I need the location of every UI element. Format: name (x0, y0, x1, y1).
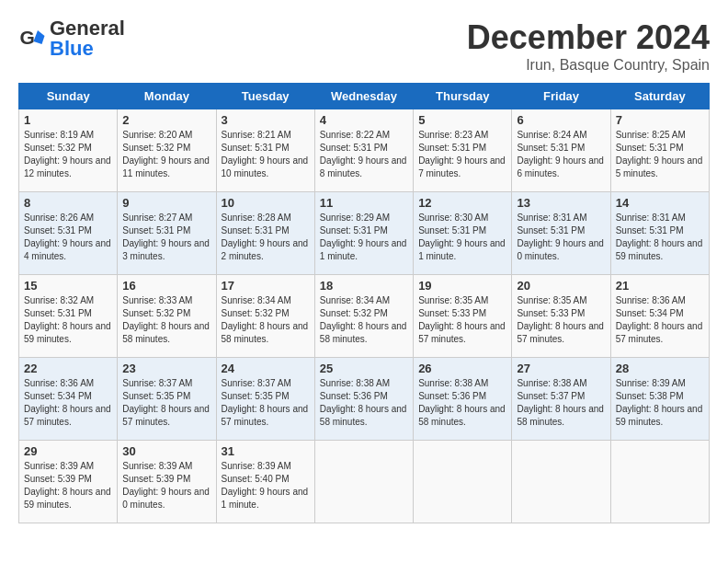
day-number: 5 (418, 113, 506, 127)
day-info: Sunrise: 8:26 AM Sunset: 5:31 PM Dayligh… (24, 212, 112, 263)
logo-icon: G (18, 25, 46, 52)
table-row: 1 Sunrise: 8:19 AM Sunset: 5:32 PM Dayli… (19, 109, 118, 192)
day-number: 7 (616, 113, 704, 127)
day-number: 3 (222, 113, 310, 127)
day-info: Sunrise: 8:35 AM Sunset: 5:33 PM Dayligh… (418, 294, 506, 346)
calendar-week-row: 22 Sunrise: 8:36 AM Sunset: 5:34 PM Dayl… (19, 358, 710, 441)
table-row: 13 Sunrise: 8:31 AM Sunset: 5:31 PM Dayl… (512, 192, 610, 275)
day-info: Sunrise: 8:35 AM Sunset: 5:33 PM Dayligh… (517, 294, 605, 346)
day-number: 15 (24, 279, 112, 293)
day-number: 30 (122, 444, 210, 458)
svg-marker-1 (34, 30, 45, 44)
table-row (610, 441, 709, 523)
table-row: 23 Sunrise: 8:37 AM Sunset: 5:35 PM Dayl… (118, 358, 216, 441)
table-row: 26 Sunrise: 8:38 AM Sunset: 5:36 PM Dayl… (414, 358, 512, 441)
logo: G General Blue (18, 18, 125, 59)
day-number: 8 (24, 196, 112, 210)
day-number: 9 (122, 196, 210, 210)
table-row: 29 Sunrise: 8:39 AM Sunset: 5:39 PM Dayl… (19, 441, 118, 523)
day-number: 18 (320, 279, 408, 293)
day-info: Sunrise: 8:33 AM Sunset: 5:32 PM Dayligh… (122, 294, 210, 346)
day-number: 2 (122, 113, 210, 127)
table-row: 2 Sunrise: 8:20 AM Sunset: 5:32 PM Dayli… (118, 109, 216, 192)
day-info: Sunrise: 8:20 AM Sunset: 5:32 PM Dayligh… (122, 129, 210, 180)
svg-text:G: G (20, 27, 35, 48)
day-info: Sunrise: 8:39 AM Sunset: 5:38 PM Dayligh… (616, 377, 704, 429)
day-info: Sunrise: 8:21 AM Sunset: 5:31 PM Dayligh… (222, 129, 310, 180)
day-number: 16 (122, 279, 210, 293)
table-row: 12 Sunrise: 8:30 AM Sunset: 5:31 PM Dayl… (414, 192, 512, 275)
day-number: 14 (616, 196, 704, 210)
table-row: 4 Sunrise: 8:22 AM Sunset: 5:31 PM Dayli… (314, 109, 413, 192)
day-info: Sunrise: 8:39 AM Sunset: 5:39 PM Dayligh… (122, 460, 210, 511)
day-info: Sunrise: 8:37 AM Sunset: 5:35 PM Dayligh… (122, 377, 210, 429)
calendar-week-row: 15 Sunrise: 8:32 AM Sunset: 5:31 PM Dayl… (19, 275, 710, 358)
day-number: 10 (222, 196, 310, 210)
calendar-week-row: 1 Sunrise: 8:19 AM Sunset: 5:32 PM Dayli… (19, 109, 710, 192)
day-number: 21 (616, 279, 704, 293)
day-info: Sunrise: 8:36 AM Sunset: 5:34 PM Dayligh… (616, 294, 704, 346)
table-row: 14 Sunrise: 8:31 AM Sunset: 5:31 PM Dayl… (610, 192, 709, 275)
col-tuesday: Tuesday (216, 84, 314, 109)
table-row: 18 Sunrise: 8:34 AM Sunset: 5:32 PM Dayl… (314, 275, 413, 358)
table-row: 9 Sunrise: 8:27 AM Sunset: 5:31 PM Dayli… (118, 192, 216, 275)
table-row: 16 Sunrise: 8:33 AM Sunset: 5:32 PM Dayl… (118, 275, 216, 358)
day-number: 29 (24, 444, 112, 458)
table-row: 20 Sunrise: 8:35 AM Sunset: 5:33 PM Dayl… (512, 275, 610, 358)
table-row: 25 Sunrise: 8:38 AM Sunset: 5:36 PM Dayl… (314, 358, 413, 441)
day-info: Sunrise: 8:27 AM Sunset: 5:31 PM Dayligh… (122, 212, 210, 263)
day-info: Sunrise: 8:23 AM Sunset: 5:31 PM Dayligh… (418, 129, 506, 180)
table-row (314, 441, 413, 523)
day-info: Sunrise: 8:32 AM Sunset: 5:31 PM Dayligh… (24, 294, 112, 346)
table-row: 6 Sunrise: 8:24 AM Sunset: 5:31 PM Dayli… (512, 109, 610, 192)
day-info: Sunrise: 8:25 AM Sunset: 5:31 PM Dayligh… (616, 129, 704, 180)
table-row: 10 Sunrise: 8:28 AM Sunset: 5:31 PM Dayl… (216, 192, 314, 275)
table-row: 8 Sunrise: 8:26 AM Sunset: 5:31 PM Dayli… (19, 192, 118, 275)
day-info: Sunrise: 8:31 AM Sunset: 5:31 PM Dayligh… (616, 212, 704, 263)
col-saturday: Saturday (610, 84, 709, 109)
day-number: 26 (418, 362, 506, 375)
calendar-table: Sunday Monday Tuesday Wednesday Thursday… (18, 83, 710, 523)
day-number: 19 (418, 279, 506, 293)
day-info: Sunrise: 8:34 AM Sunset: 5:32 PM Dayligh… (320, 294, 408, 346)
logo-text: General Blue (50, 18, 125, 59)
day-number: 27 (517, 362, 605, 375)
table-row: 27 Sunrise: 8:38 AM Sunset: 5:37 PM Dayl… (512, 358, 610, 441)
day-info: Sunrise: 8:22 AM Sunset: 5:31 PM Dayligh… (320, 129, 408, 180)
day-info: Sunrise: 8:31 AM Sunset: 5:31 PM Dayligh… (517, 212, 605, 263)
table-row (512, 441, 610, 523)
day-info: Sunrise: 8:36 AM Sunset: 5:34 PM Dayligh… (24, 377, 112, 429)
day-info: Sunrise: 8:38 AM Sunset: 5:37 PM Dayligh… (517, 377, 605, 429)
table-row: 19 Sunrise: 8:35 AM Sunset: 5:33 PM Dayl… (414, 275, 512, 358)
day-info: Sunrise: 8:37 AM Sunset: 5:35 PM Dayligh… (222, 377, 310, 429)
table-row: 3 Sunrise: 8:21 AM Sunset: 5:31 PM Dayli… (216, 109, 314, 192)
day-info: Sunrise: 8:29 AM Sunset: 5:31 PM Dayligh… (320, 212, 408, 263)
day-number: 23 (122, 362, 210, 375)
day-number: 31 (222, 444, 310, 458)
col-sunday: Sunday (19, 84, 118, 109)
table-row: 22 Sunrise: 8:36 AM Sunset: 5:34 PM Dayl… (19, 358, 118, 441)
table-row (414, 441, 512, 523)
col-wednesday: Wednesday (314, 84, 413, 109)
col-thursday: Thursday (414, 84, 512, 109)
month-title: December 2024 (467, 18, 710, 57)
calendar-week-row: 29 Sunrise: 8:39 AM Sunset: 5:39 PM Dayl… (19, 441, 710, 523)
table-row: 30 Sunrise: 8:39 AM Sunset: 5:39 PM Dayl… (118, 441, 216, 523)
calendar-week-row: 8 Sunrise: 8:26 AM Sunset: 5:31 PM Dayli… (19, 192, 710, 275)
day-info: Sunrise: 8:38 AM Sunset: 5:36 PM Dayligh… (320, 377, 408, 429)
table-row: 24 Sunrise: 8:37 AM Sunset: 5:35 PM Dayl… (216, 358, 314, 441)
table-row: 21 Sunrise: 8:36 AM Sunset: 5:34 PM Dayl… (610, 275, 709, 358)
day-number: 24 (222, 362, 310, 375)
calendar-header-row: Sunday Monday Tuesday Wednesday Thursday… (19, 84, 710, 109)
day-info: Sunrise: 8:30 AM Sunset: 5:31 PM Dayligh… (418, 212, 506, 263)
day-info: Sunrise: 8:39 AM Sunset: 5:40 PM Dayligh… (222, 460, 310, 511)
table-row: 15 Sunrise: 8:32 AM Sunset: 5:31 PM Dayl… (19, 275, 118, 358)
table-row: 5 Sunrise: 8:23 AM Sunset: 5:31 PM Dayli… (414, 109, 512, 192)
table-row: 31 Sunrise: 8:39 AM Sunset: 5:40 PM Dayl… (216, 441, 314, 523)
day-number: 12 (418, 196, 506, 210)
day-number: 1 (24, 113, 112, 127)
title-area: December 2024 Irun, Basque Country, Spai… (467, 18, 710, 74)
day-number: 4 (320, 113, 408, 127)
day-number: 17 (222, 279, 310, 293)
day-number: 25 (320, 362, 408, 375)
